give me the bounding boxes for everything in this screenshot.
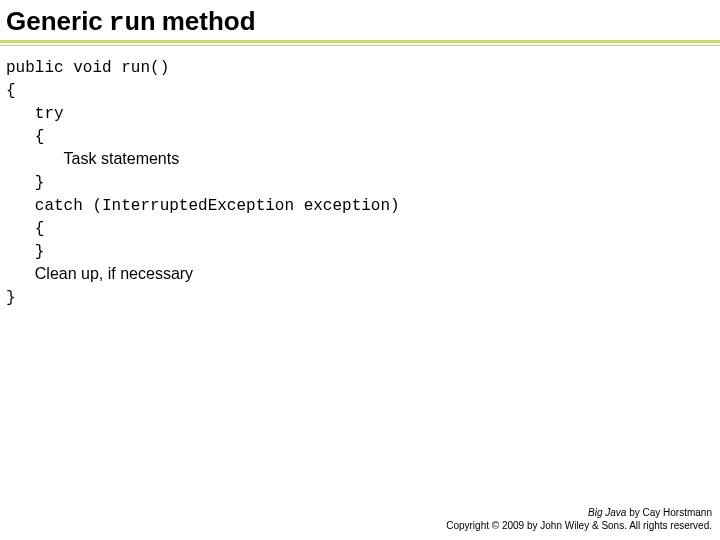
title-prefix: Generic — [6, 6, 103, 37]
code-line: } — [6, 289, 16, 307]
code-line: { — [6, 82, 16, 100]
title-mono: run — [109, 8, 156, 38]
cleanup-text: Clean up, if necessary — [35, 265, 193, 282]
footer: Big Java by Cay Horstmann Copyright © 20… — [446, 506, 712, 532]
code-indent — [6, 266, 35, 284]
code-line: try — [6, 105, 64, 123]
code-line: public void run() — [6, 59, 169, 77]
code-line: catch (InterruptedException exception) — [6, 197, 400, 215]
title-suffix: method — [162, 6, 256, 37]
footer-line-1: Big Java by Cay Horstmann — [446, 506, 712, 519]
task-statements: Task statements — [64, 150, 180, 167]
code-line: } — [6, 174, 44, 192]
copyright: Copyright © 2009 by John Wiley & Sons. A… — [446, 519, 712, 532]
code-line: } — [6, 243, 44, 261]
book-title: Big Java — [588, 507, 626, 518]
code-line: { — [6, 128, 44, 146]
title-bar: Generic run method — [0, 0, 720, 43]
byline: by Cay Horstmann — [626, 507, 712, 518]
code-block: public void run() { try { Task statement… — [0, 46, 720, 309]
slide: Generic run method public void run() { t… — [0, 0, 720, 540]
code-line: { — [6, 220, 44, 238]
code-indent — [6, 151, 64, 169]
